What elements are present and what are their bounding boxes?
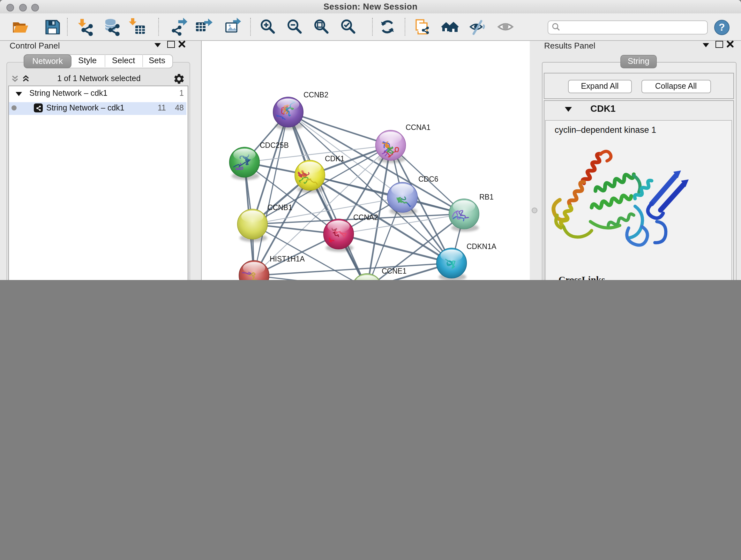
svg-text:CDK1: CDK1 xyxy=(325,154,344,163)
svg-text:CCNA2: CCNA2 xyxy=(353,213,378,221)
svg-text:CDKN1A: CDKN1A xyxy=(467,242,496,250)
svg-text:CDC6: CDC6 xyxy=(418,175,439,183)
svg-text:CCNA1: CCNA1 xyxy=(406,123,430,131)
svg-text:CDC25B: CDC25B xyxy=(260,141,289,149)
svg-text:CCNB2: CCNB2 xyxy=(304,90,328,99)
svg-text:CCNB1: CCNB1 xyxy=(267,203,292,211)
svg-text:HIST1H1A: HIST1H1A xyxy=(270,254,305,263)
svg-text:CCNE1: CCNE1 xyxy=(382,266,407,275)
svg-text:RB1: RB1 xyxy=(479,192,494,201)
